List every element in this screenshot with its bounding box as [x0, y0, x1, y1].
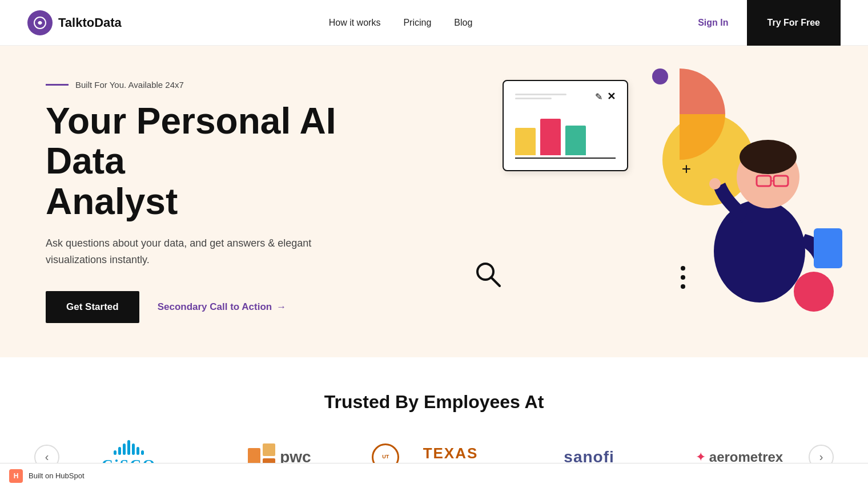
logo-text: TalktoData: [58, 15, 122, 30]
hero-content: Built For You. Available 24x7 Your Perso…: [46, 80, 377, 323]
svg-rect-8: [814, 228, 842, 268]
nav-blog[interactable]: Blog: [454, 18, 472, 28]
badge-line: [46, 84, 69, 86]
hero-illustration: + ✎ ✕: [468, 46, 868, 357]
try-for-free-button[interactable]: Try For Free: [747, 0, 841, 46]
signin-link[interactable]: Sign In: [680, 18, 746, 28]
nav-links: How it works Pricing Blog: [329, 18, 473, 28]
chart-close-button[interactable]: ✕: [607, 90, 616, 103]
svg-point-2: [714, 200, 805, 303]
arrow-right-icon: →: [276, 301, 286, 313]
hero-description: Ask questions about your data, and get a…: [46, 235, 331, 268]
nav-how-it-works[interactable]: How it works: [329, 18, 381, 28]
chart-window: ✎ ✕: [503, 80, 628, 171]
svg-point-9: [709, 178, 721, 189]
hubspot-label: Built on HubSpot: [29, 471, 85, 480]
chart-bar-2: [540, 119, 561, 155]
nav-right: Sign In Try For Free: [680, 0, 841, 46]
hero-badge: Built For You. Available 24x7: [46, 80, 377, 90]
chart-pencil-icon: ✎: [595, 91, 602, 102]
chart-x-axis: [515, 158, 616, 159]
chart-header-lines: [515, 94, 588, 99]
svg-point-4: [740, 140, 797, 174]
svg-point-1: [38, 21, 42, 25]
logo-icon: [27, 10, 53, 35]
logo-link[interactable]: TalktoData: [27, 10, 122, 35]
chart-window-header: ✎ ✕: [515, 90, 616, 103]
svg-line-11: [491, 277, 500, 286]
chart-bars: [515, 110, 616, 155]
chart-bar-3: [565, 126, 586, 155]
magnify-icon: [474, 260, 503, 289]
hero-section: Built For You. Available 24x7 Your Perso…: [0, 46, 868, 357]
chart-bar-1: [515, 128, 536, 155]
secondary-cta-link[interactable]: Secondary Call to Action →: [158, 301, 287, 313]
nav-pricing[interactable]: Pricing: [403, 18, 431, 28]
navbar: TalktoData How it works Pricing Blog Sig…: [0, 0, 868, 46]
cisco-bars: [114, 440, 144, 455]
trusted-title: Trusted By Employees At: [0, 392, 868, 413]
person-illustration: [668, 57, 851, 331]
badge-text: Built For You. Available 24x7: [75, 80, 184, 90]
hero-title: Your Personal AI Data Analyst: [46, 101, 377, 221]
hero-actions: Get Started Secondary Call to Action →: [46, 291, 377, 323]
get-started-button[interactable]: Get Started: [46, 291, 139, 323]
hubspot-icon: H: [9, 469, 23, 483]
texas-text: TEXAS: [405, 445, 496, 462]
svg-rect-13: [263, 443, 275, 456]
hubspot-bar: H Built on HubSpot: [0, 463, 868, 488]
aerometrex-icon: ✦: [696, 450, 706, 465]
